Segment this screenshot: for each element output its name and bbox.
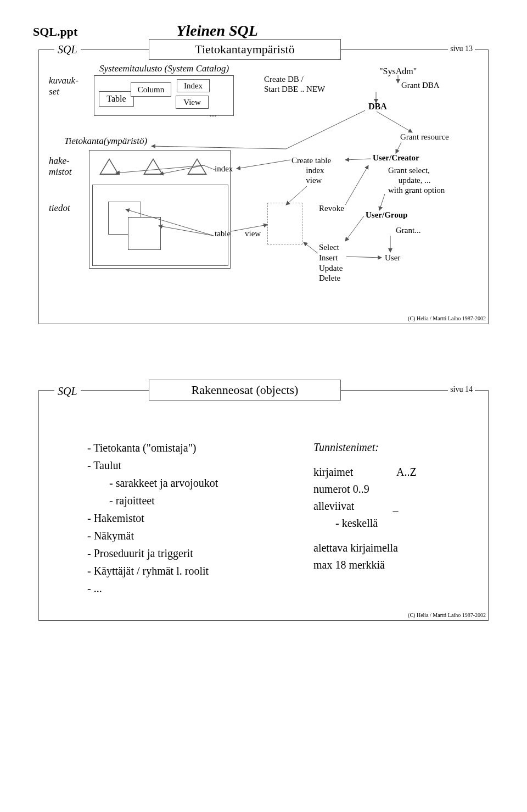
kirjaimet-value: A..Z <box>396 466 417 478</box>
svg-line-20 <box>345 216 364 241</box>
user-group-label: User/Group <box>366 210 407 220</box>
page-number: sivu 14 <box>448 385 475 394</box>
slide-14-frame: SQL Rakenneosat (objects) sivu 14 - Tiet… <box>38 390 489 621</box>
svg-line-9 <box>379 194 385 210</box>
sql-label: SQL <box>54 43 81 56</box>
tunniste-row: alleviivat _ <box>313 498 417 515</box>
grant-resource-label: Grant resource <box>400 132 449 142</box>
page-number: sivu 13 <box>448 45 475 53</box>
kirjaimet-label: kirjaimet <box>313 466 353 478</box>
user-label: User <box>385 253 400 263</box>
hakemistot-l2: mistot <box>49 166 72 177</box>
svg-line-19 <box>304 242 318 253</box>
tunniste-row: kirjaimet A..Z <box>313 464 417 481</box>
revoke-label: Revoke <box>319 204 344 213</box>
tunnistenimet-title: Tunnistenimet: <box>313 439 417 456</box>
system-catalog-label: Systeemitaulusto (System Catalog) <box>99 63 229 74</box>
user-creator-label: User/Creator <box>373 153 419 163</box>
sysadm-label: "SysAdm" <box>379 66 417 76</box>
update-label: Update <box>319 264 343 272</box>
bullet-item: - Taulut <box>87 457 218 474</box>
env-inner-box <box>92 185 228 266</box>
table-box: Table <box>99 91 134 107</box>
bullet-subitem: - rajoitteet <box>87 492 218 509</box>
bullet-list-left: - Tietokanta ("omistaja") - Taulut - sar… <box>87 439 218 597</box>
ellipsis: ... <box>210 109 216 119</box>
index-triangle <box>143 158 163 175</box>
create-table-l2: index <box>306 166 324 175</box>
grant-select-l3: with grant option <box>388 186 445 194</box>
tiedot-label: tiedot <box>49 203 70 214</box>
grant-dba-label: Grant DBA <box>401 81 440 90</box>
bullet-item: - ... <box>87 580 218 597</box>
bullet-item: - Näkymät <box>87 527 218 544</box>
create-table-l1: Create table <box>291 156 331 165</box>
bullet-item: - Proseduurit ja triggerit <box>87 544 218 562</box>
page-header: SQL.ppt Yleinen SQL <box>33 22 494 40</box>
table-label: table <box>215 229 231 238</box>
column-box: Column <box>131 82 171 97</box>
create-db-l2: Start DBE .. NEW <box>264 85 325 93</box>
bullet-item: - Käyttäjät / ryhmät l. roolit <box>87 562 218 580</box>
create-table-label: Create table index view <box>291 155 331 185</box>
table-square <box>128 217 161 250</box>
alleviivat-label: alleviivat <box>313 500 354 512</box>
alleviivat-value: _ <box>393 500 398 512</box>
slide-title: Rakenneosat (objects) <box>149 380 341 401</box>
select-label: Select <box>319 243 339 252</box>
grant-dots-label: Grant... <box>396 226 421 235</box>
hakemistot-l1: hake- <box>49 155 70 166</box>
alettava-label: alettava kirjaimella <box>313 540 417 557</box>
grant-select-label: Grant select, update, ... with grant opt… <box>388 165 445 195</box>
create-db-label: Create DB / Start DBE .. NEW <box>264 74 325 94</box>
grant-select-l1: Grant select, <box>388 166 430 175</box>
svg-line-11 <box>346 257 382 258</box>
svg-line-8 <box>345 165 368 205</box>
env-outer-box <box>89 150 231 269</box>
svg-line-3 <box>377 112 412 132</box>
kuvaukset-l2: set <box>49 86 59 97</box>
index-box: Index <box>177 79 210 92</box>
view-box: View <box>176 96 209 109</box>
doc-filename: SQL.ppt <box>33 25 77 39</box>
svg-line-18 <box>345 159 371 160</box>
create-db-l1: Create DB / <box>264 75 304 84</box>
index-triangle <box>99 158 119 175</box>
slide-13-frame: SQL Tietokantaympäristö sivu 13 Systeemi… <box>38 49 489 324</box>
svg-line-6 <box>237 160 290 169</box>
catalog-box: Table Column Index View ... <box>94 75 234 116</box>
svg-line-5 <box>152 146 286 149</box>
copyright: (C) Helia / Martti Laiho 1987-2002 <box>408 612 486 618</box>
max-label: max 18 merkkiä <box>313 557 417 574</box>
kuvaukset-label: kuvauk- set <box>49 75 87 97</box>
bullet-item: - Tietokanta ("omistaja") <box>87 439 218 457</box>
numerot-label: numerot 0..9 <box>313 481 417 498</box>
page-title: Yleinen SQL <box>176 22 258 40</box>
bullet-subitem: - sarakkeet ja arvojoukot <box>87 474 218 492</box>
svg-line-7 <box>286 186 307 205</box>
sql-label: SQL <box>54 385 81 398</box>
svg-line-2 <box>286 110 365 149</box>
slide-title: Tietokantaympäristö <box>149 39 341 60</box>
insert-label: Insert <box>319 253 338 262</box>
bullet-item: - Hakemistot <box>87 509 218 527</box>
select-ops-label: Select Insert Update Delete <box>319 242 343 283</box>
hakemistot-label: hake- mistot <box>49 155 87 177</box>
view-label: view <box>245 229 261 238</box>
index-label: index <box>215 164 233 174</box>
dba-label: DBA <box>368 102 387 112</box>
copyright: (C) Helia / Martti Laiho 1987-2002 <box>408 315 486 321</box>
tunnistenimet-block: Tunnistenimet: kirjaimet A..Z numerot 0.… <box>313 439 417 574</box>
create-table-l3: view <box>306 176 322 185</box>
index-triangle <box>187 158 207 175</box>
delete-label: Delete <box>319 274 340 282</box>
kuvaukset-l1: kuvauk- <box>49 75 79 86</box>
svg-line-4 <box>396 142 401 153</box>
tietokanta-env-label: Tietokanta(ympäristö) <box>64 136 147 147</box>
keskella-label: - keskellä <box>313 515 417 532</box>
view-dashed-box <box>267 203 302 244</box>
grant-select-l2: update, ... <box>399 176 431 185</box>
